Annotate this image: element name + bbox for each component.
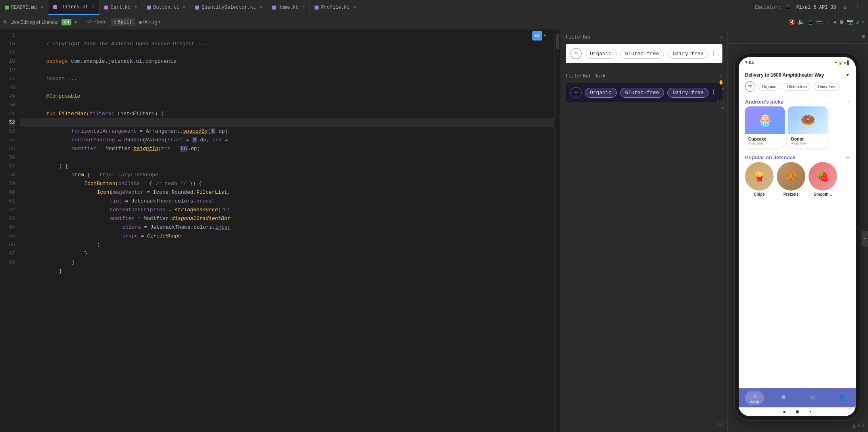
delivery-dropdown-icon[interactable]: ▾: [846, 71, 849, 78]
code-line-62: modifier = Modifier.diagonalGradientBor: [20, 206, 554, 214]
code-line-1: / Copyright 2020 The Android Open Source…: [20, 31, 554, 40]
chip-overflow-light[interactable]: (: [712, 50, 716, 57]
more-icon[interactable]: ⋮: [825, 19, 831, 25]
zoom-out-icon[interactable]: −: [721, 93, 724, 98]
tablet-icon[interactable]: 📟: [816, 19, 823, 25]
nav-cart[interactable]: 🛒: [805, 393, 821, 403]
zoom-in-icon[interactable]: +: [721, 87, 724, 91]
section-arrow-popular[interactable]: →: [846, 154, 849, 160]
more-icon[interactable]: ⋮: [854, 4, 862, 12]
volume-icon[interactable]: 🔈: [798, 19, 805, 25]
toolbar-left: ✎ Live Editing of Literals: ON ▾: [3, 19, 77, 25]
chip-dairy-dark[interactable]: Dairy-free: [667, 88, 709, 98]
popular-header: Popular on Jetsnack →: [739, 151, 856, 162]
expand-icon[interactable]: ⊞: [862, 34, 865, 39]
code-line-64: shape = CircleShape: [20, 223, 554, 232]
tab-home[interactable]: Home.kt ×: [267, 0, 310, 15]
preview-expand-icon[interactable]: ⊞: [720, 73, 722, 79]
signal-icon: ▊: [847, 61, 849, 65]
code-line-59: imageVector = Icons.Rounded.FilterList,: [20, 179, 554, 188]
tab-cart[interactable]: Cart.kt ×: [100, 0, 142, 15]
live-edit-status[interactable]: ON: [61, 19, 71, 25]
back-gesture-btn[interactable]: ◀: [782, 409, 785, 415]
expand-panel-btn[interactable]: +: [862, 231, 868, 247]
nav-profile[interactable]: 👤: [833, 393, 850, 403]
chip-gluten-light[interactable]: Gluten-free: [620, 49, 664, 59]
tab-profile[interactable]: Profile.kt ×: [310, 0, 361, 15]
code-line-57: ▾ IconButton(onClick = { /* todo */ }) {: [20, 162, 554, 171]
tab-readme[interactable]: README.md ×: [0, 0, 48, 15]
pretzels-image: 🥨: [777, 162, 805, 191]
annotation-badge: ▲1: [532, 31, 542, 40]
popular-pretzels[interactable]: 🥨 Pretzels: [777, 162, 805, 197]
phone-body[interactable]: Android's picks → 🧁 Cupcake A tag line: [739, 95, 856, 388]
chip-organic-light[interactable]: Organic: [585, 49, 617, 59]
tab-button[interactable]: Button.kt ×: [142, 0, 190, 15]
preview-expand-icon[interactable]: ⊞: [720, 34, 722, 40]
close-tab-icon[interactable]: ×: [353, 5, 356, 10]
code-line-18: [20, 57, 554, 66]
chip-organic-dark[interactable]: Organic: [585, 88, 617, 98]
smoothie-image: 🍓: [808, 162, 837, 191]
preview-panel-header: FilterBar ⊞: [566, 34, 722, 40]
filterbar-dark-preview: FilterBar Dark ⊞ Organic Gluten-free Dai…: [561, 68, 727, 107]
refresh-icon[interactable]: ↺: [856, 19, 859, 25]
device-name: Pixel 5 API 30: [796, 5, 836, 10]
popular-chips[interactable]: 🍟 Chips: [745, 162, 774, 197]
cupcake-card[interactable]: 🧁 Cupcake A tag line: [745, 106, 785, 148]
close-tab-icon[interactable]: ×: [183, 5, 185, 10]
home-gesture-btn[interactable]: ⏺: [795, 409, 800, 415]
code-content[interactable]: / Copyright 2020 The Android Open Source…: [20, 29, 554, 432]
close-tab-icon[interactable]: ×: [41, 5, 43, 10]
code-editor[interactable]: 1 16 17 18 19 47 48 49 50 51 52 53 54 55…: [0, 29, 561, 432]
home-icon-btn[interactable]: ⏺: [839, 19, 844, 25]
split-view-btn[interactable]: ⊞ Split: [111, 18, 135, 26]
code-line-19: import ...: [20, 66, 554, 75]
filter-icon[interactable]: [745, 81, 755, 92]
preview-empty: ✋ + − 1:1 ⊡: [561, 107, 727, 418]
close-tab-icon[interactable]: ×: [302, 5, 305, 10]
split-icon: ⊞: [114, 20, 116, 25]
chip-gluten[interactable]: Gluten-free: [783, 83, 811, 91]
design-view-btn[interactable]: ▦ Design: [136, 18, 163, 26]
back-icon[interactable]: ◀: [833, 19, 836, 25]
code-view-btn[interactable]: </> Code: [83, 18, 110, 26]
code-line-67: }: [20, 249, 554, 258]
preview-dark-actions: ⊞: [720, 73, 722, 79]
code-scrollbar[interactable]: [554, 29, 561, 432]
home-nav-icon: ⌂: [753, 393, 756, 399]
kt-icon: [315, 6, 319, 10]
popular-items-row: 🍟 Chips 🥨 Pretzels 🍓 Smooth...: [739, 162, 856, 200]
phone-header: Delivery to 1600 Amphitheater Way ▾ Orga…: [739, 68, 856, 95]
donut-title: Donut: [791, 137, 824, 141]
camera-icon[interactable]: 📷: [847, 19, 853, 25]
expand-icon[interactable]: ▾: [543, 31, 546, 40]
volume-off-icon[interactable]: 🔇: [789, 19, 795, 25]
donut-card[interactable]: 🍩 Donut A tag line: [788, 106, 828, 148]
tab-qty[interactable]: QuantitySelector.kt ×: [190, 0, 267, 15]
settings-icon[interactable]: ⚙: [841, 4, 849, 12]
nav-home[interactable]: ⌂ HOME: [745, 391, 764, 405]
phone-rotate-icon[interactable]: 📱: [807, 19, 814, 25]
close-tab-icon[interactable]: ×: [134, 5, 137, 10]
recent-gesture-btn[interactable]: ▪: [809, 409, 812, 415]
filter-list-icon-light[interactable]: [570, 48, 582, 59]
chip-gluten-dark[interactable]: Gluten-free: [620, 88, 664, 98]
chip-dairy[interactable]: Dairy-free: [814, 83, 840, 91]
wifi-icon: ▲: [844, 61, 846, 65]
chip-organic[interactable]: Organic: [758, 83, 780, 91]
close-tab-icon[interactable]: ×: [92, 5, 94, 9]
dropdown-arrow[interactable]: ▾: [75, 19, 77, 25]
tab-filters[interactable]: Filters.kt ×: [48, 0, 100, 15]
emulator-zoom: ⊡ 1:1: [853, 424, 865, 429]
close-tab-icon[interactable]: ×: [260, 5, 262, 10]
fit-icon[interactable]: ⊡: [721, 105, 724, 110]
chip-dairy-light[interactable]: Dairy-free: [667, 49, 709, 59]
popular-smoothie[interactable]: 🍓 Smooth...: [808, 162, 837, 197]
chip-overflow-dark[interactable]: (: [712, 89, 716, 96]
section-arrow-picks[interactable]: →: [846, 98, 849, 105]
nav-search[interactable]: 🔍: [776, 393, 793, 403]
zoom-fit-icon[interactable]: ⊡: [853, 424, 856, 429]
hand-cursor-icon[interactable]: ✋: [718, 80, 724, 85]
filter-list-icon-dark[interactable]: [570, 87, 582, 98]
